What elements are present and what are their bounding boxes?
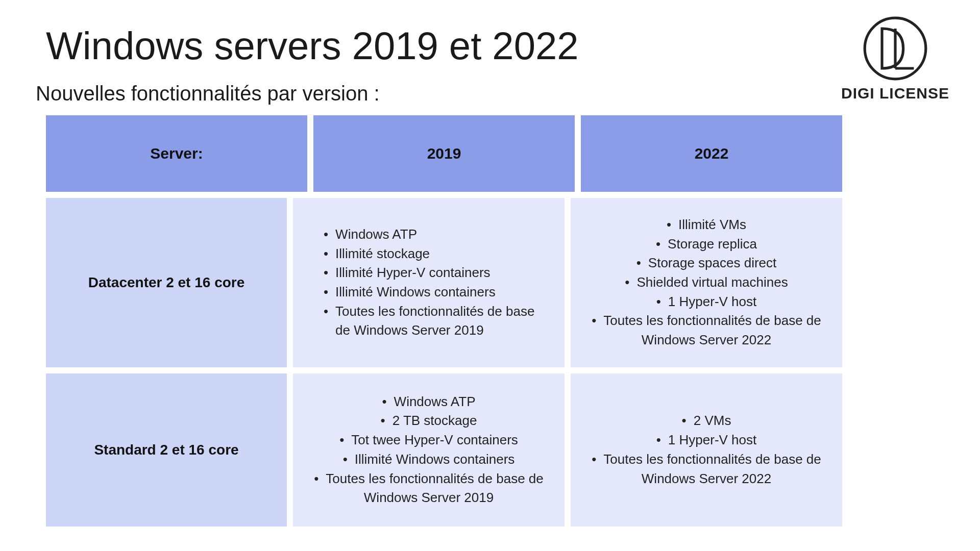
page-title: Windows servers 2019 et 2022 [46,23,960,68]
row-label-standard: Standard 2 et 16 core [46,373,287,527]
row-label-datacenter: Datacenter 2 et 16 core [46,198,287,367]
table-row: Standard 2 et 16 core Windows ATP 2 TB s… [46,373,842,527]
list-item: Shielded virtual machines [586,273,827,292]
feature: Storage replica [668,236,757,252]
standard-2022-cell: 2 VMs 1 Hyper-V host Toutes les fonction… [571,373,842,527]
datacenter-2022-cell: Illimité VMs Storage replica Storage spa… [571,198,842,367]
list-item: 1 Hyper-V host [586,431,827,450]
feature-list: 2 VMs 1 Hyper-V host Toutes les fonction… [586,411,827,488]
list-item: Storage replica [586,235,827,254]
list-item: Windows ATP [324,225,549,244]
list-item: Toutes les fonctionnalités de base de Wi… [324,302,549,340]
feature: Toutes les fonctionnalités de base de Wi… [335,302,549,340]
feature: 1 Hyper-V host [668,294,756,309]
feature: Illimité Windows containers [335,283,496,302]
list-item: Illimité stockage [324,244,549,264]
feature: Shielded virtual machines [636,274,788,290]
feature: Tot twee Hyper-V containers [351,432,518,447]
feature: Illimité Windows containers [355,452,515,467]
list-item: Illimité Windows containers [308,450,549,469]
list-item: 1 Hyper-V host [586,292,827,312]
list-item: 2 TB stockage [308,411,549,431]
feature: 1 Hyper-V host [668,432,756,447]
feature: 2 TB stockage [393,413,477,428]
list-item: Illimité Hyper-V containers [324,263,549,283]
list-item: Windows ATP [308,392,549,412]
feature: Windows ATP [335,225,417,244]
feature: Storage spaces direct [648,255,776,270]
comparison-table: Server: 2019 2022 Datacenter 2 et 16 cor… [46,115,842,527]
list-item: Toutes les fonctionnalités de base de Wi… [308,469,549,508]
col-header-2022: 2022 [581,115,842,192]
page-subtitle: Nouvelles fonctionnalités par version : [36,82,960,105]
col-header-server: Server: [46,115,307,192]
feature: 2 VMs [694,413,731,428]
table-row: Datacenter 2 et 16 core Windows ATP Illi… [46,198,842,367]
datacenter-2019-cell: Windows ATP Illimité stockage Illimité H… [293,198,565,367]
feature: Toutes les fonctionnalités de base de Wi… [603,452,821,486]
page: DIGI LICENSE Windows servers 2019 et 202… [0,0,980,551]
list-item: 2 VMs [586,411,827,431]
feature-list: Windows ATP 2 TB stockage Tot twee Hyper… [308,392,549,508]
feature: Toutes les fonctionnalités de base de Wi… [603,313,821,347]
brand-name: DIGI LICENSE [841,85,949,102]
digi-license-icon [862,15,928,82]
list-item: Toutes les fonctionnalités de base de Wi… [586,450,827,488]
list-item: Illimité Windows containers [324,283,549,302]
brand-logo: DIGI LICENSE [841,15,949,102]
list-item: Illimité VMs [586,215,827,235]
feature: Illimité VMs [678,217,746,232]
feature: Windows ATP [394,394,476,409]
feature: Illimité stockage [335,244,430,264]
feature: Illimité Hyper-V containers [335,263,490,283]
table-header-row: Server: 2019 2022 [46,115,842,192]
standard-2019-cell: Windows ATP 2 TB stockage Tot twee Hyper… [293,373,565,527]
col-header-2019: 2019 [313,115,575,192]
list-item: Toutes les fonctionnalités de base de Wi… [586,311,827,349]
feature: Toutes les fonctionnalités de base de Wi… [326,471,543,506]
feature-list: Windows ATP Illimité stockage Illimité H… [308,225,549,340]
feature-list: Illimité VMs Storage replica Storage spa… [586,215,827,350]
list-item: Tot twee Hyper-V containers [308,431,549,450]
list-item: Storage spaces direct [586,254,827,273]
